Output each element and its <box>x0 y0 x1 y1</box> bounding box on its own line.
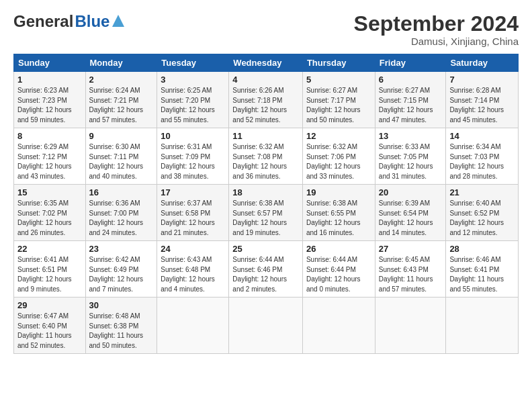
day-info: Sunrise: 6:27 AMSunset: 7:17 PMDaylight:… <box>306 86 371 125</box>
calendar-cell: 5Sunrise: 6:27 AMSunset: 7:17 PMDaylight… <box>302 72 375 128</box>
header-tuesday: Tuesday <box>157 54 229 72</box>
calendar-cell: 27Sunrise: 6:45 AMSunset: 6:43 PMDayligh… <box>375 241 446 298</box>
day-number: 19 <box>306 187 371 197</box>
day-number: 13 <box>379 131 443 141</box>
calendar-cell: 12Sunrise: 6:32 AMSunset: 7:06 PMDayligh… <box>302 128 375 185</box>
header-thursday: Thursday <box>302 54 375 72</box>
calendar-cell: 21Sunrise: 6:40 AMSunset: 6:52 PMDayligh… <box>446 185 519 241</box>
logo: General Blue <box>13 12 124 31</box>
header-saturday: Saturday <box>446 54 519 72</box>
day-number: 22 <box>17 244 82 254</box>
day-info: Sunrise: 6:29 AMSunset: 7:12 PMDaylight:… <box>17 142 82 181</box>
title-block: September 2024 Damusi, Xinjiang, China <box>354 12 519 47</box>
calendar-cell: 10Sunrise: 6:31 AMSunset: 7:09 PMDayligh… <box>157 128 229 185</box>
day-number: 11 <box>232 131 299 141</box>
calendar-cell: 23Sunrise: 6:42 AMSunset: 6:49 PMDayligh… <box>85 241 157 298</box>
day-number: 24 <box>161 244 225 254</box>
calendar-header-row: SundayMondayTuesdayWednesdayThursdayFrid… <box>14 54 519 72</box>
calendar-cell: 20Sunrise: 6:39 AMSunset: 6:54 PMDayligh… <box>375 185 446 241</box>
week-row-4: 22Sunrise: 6:41 AMSunset: 6:51 PMDayligh… <box>14 241 519 298</box>
calendar-cell <box>375 298 446 354</box>
day-number: 10 <box>161 131 225 141</box>
calendar-cell <box>157 298 229 354</box>
day-info: Sunrise: 6:43 AMSunset: 6:48 PMDaylight:… <box>161 255 225 294</box>
day-number: 1 <box>17 75 82 85</box>
day-number: 16 <box>89 187 154 197</box>
day-info: Sunrise: 6:39 AMSunset: 6:54 PMDaylight:… <box>379 199 443 238</box>
day-info: Sunrise: 6:38 AMSunset: 6:57 PMDaylight:… <box>232 199 299 238</box>
day-info: Sunrise: 6:40 AMSunset: 6:52 PMDaylight:… <box>449 199 515 238</box>
calendar-cell: 29Sunrise: 6:47 AMSunset: 6:40 PMDayligh… <box>14 298 86 354</box>
day-info: Sunrise: 6:46 AMSunset: 6:41 PMDaylight:… <box>449 255 515 294</box>
day-number: 20 <box>379 187 443 197</box>
week-row-1: 1Sunrise: 6:23 AMSunset: 7:23 PMDaylight… <box>14 72 519 128</box>
day-info: Sunrise: 6:30 AMSunset: 7:11 PMDaylight:… <box>89 142 154 181</box>
week-row-2: 8Sunrise: 6:29 AMSunset: 7:12 PMDaylight… <box>14 128 519 185</box>
header-friday: Friday <box>375 54 446 72</box>
calendar-cell: 25Sunrise: 6:44 AMSunset: 6:46 PMDayligh… <box>229 241 303 298</box>
day-number: 27 <box>379 244 443 254</box>
calendar-cell: 24Sunrise: 6:43 AMSunset: 6:48 PMDayligh… <box>157 241 229 298</box>
header-wednesday: Wednesday <box>229 54 303 72</box>
day-number: 25 <box>232 244 299 254</box>
day-info: Sunrise: 6:26 AMSunset: 7:18 PMDaylight:… <box>232 86 299 125</box>
calendar-cell: 28Sunrise: 6:46 AMSunset: 6:41 PMDayligh… <box>446 241 519 298</box>
calendar-cell: 16Sunrise: 6:36 AMSunset: 7:00 PMDayligh… <box>85 185 157 241</box>
day-number: 2 <box>89 75 154 85</box>
calendar-cell: 3Sunrise: 6:25 AMSunset: 7:20 PMDaylight… <box>157 72 229 128</box>
day-info: Sunrise: 6:32 AMSunset: 7:08 PMDaylight:… <box>232 142 299 181</box>
header-monday: Monday <box>85 54 157 72</box>
location: Damusi, Xinjiang, China <box>354 36 519 47</box>
day-info: Sunrise: 6:37 AMSunset: 6:58 PMDaylight:… <box>161 199 225 238</box>
day-info: Sunrise: 6:33 AMSunset: 7:05 PMDaylight:… <box>379 142 443 181</box>
day-number: 29 <box>17 300 82 310</box>
day-info: Sunrise: 6:35 AMSunset: 7:02 PMDaylight:… <box>17 199 82 238</box>
day-number: 21 <box>449 187 515 197</box>
page: General Blue September 2024 Damusi, Xinj… <box>0 0 532 361</box>
calendar-cell: 22Sunrise: 6:41 AMSunset: 6:51 PMDayligh… <box>14 241 86 298</box>
header: General Blue September 2024 Damusi, Xinj… <box>13 12 519 47</box>
day-info: Sunrise: 6:25 AMSunset: 7:20 PMDaylight:… <box>161 86 225 125</box>
calendar-cell: 26Sunrise: 6:44 AMSunset: 6:44 PMDayligh… <box>302 241 375 298</box>
day-info: Sunrise: 6:47 AMSunset: 6:40 PMDaylight:… <box>17 312 82 351</box>
calendar-cell: 15Sunrise: 6:35 AMSunset: 7:02 PMDayligh… <box>14 185 86 241</box>
calendar-cell: 7Sunrise: 6:28 AMSunset: 7:14 PMDaylight… <box>446 72 519 128</box>
calendar-cell: 6Sunrise: 6:27 AMSunset: 7:15 PMDaylight… <box>375 72 446 128</box>
day-number: 9 <box>89 131 154 141</box>
day-number: 4 <box>232 75 299 85</box>
day-info: Sunrise: 6:41 AMSunset: 6:51 PMDaylight:… <box>17 255 82 294</box>
logo-arrow-icon <box>112 15 124 27</box>
day-info: Sunrise: 6:28 AMSunset: 7:14 PMDaylight:… <box>449 86 515 125</box>
calendar-cell <box>446 298 519 354</box>
day-info: Sunrise: 6:32 AMSunset: 7:06 PMDaylight:… <box>306 142 371 181</box>
month-title: September 2024 <box>354 12 519 36</box>
calendar-cell: 9Sunrise: 6:30 AMSunset: 7:11 PMDaylight… <box>85 128 157 185</box>
day-number: 15 <box>17 187 82 197</box>
calendar-cell: 11Sunrise: 6:32 AMSunset: 7:08 PMDayligh… <box>229 128 303 185</box>
calendar-cell: 13Sunrise: 6:33 AMSunset: 7:05 PMDayligh… <box>375 128 446 185</box>
day-number: 8 <box>17 131 82 141</box>
week-row-5: 29Sunrise: 6:47 AMSunset: 6:40 PMDayligh… <box>14 298 519 354</box>
calendar-cell: 17Sunrise: 6:37 AMSunset: 6:58 PMDayligh… <box>157 185 229 241</box>
day-number: 23 <box>89 244 154 254</box>
day-info: Sunrise: 6:23 AMSunset: 7:23 PMDaylight:… <box>17 86 82 125</box>
calendar-cell <box>229 298 303 354</box>
calendar-cell: 2Sunrise: 6:24 AMSunset: 7:21 PMDaylight… <box>85 72 157 128</box>
day-number: 28 <box>449 244 515 254</box>
logo-general: General <box>13 12 73 31</box>
day-number: 3 <box>161 75 225 85</box>
calendar-cell: 1Sunrise: 6:23 AMSunset: 7:23 PMDaylight… <box>14 72 86 128</box>
header-sunday: Sunday <box>14 54 86 72</box>
day-info: Sunrise: 6:42 AMSunset: 6:49 PMDaylight:… <box>89 255 154 294</box>
logo-blue: Blue <box>75 12 109 31</box>
day-number: 6 <box>379 75 443 85</box>
day-number: 14 <box>449 131 515 141</box>
day-number: 30 <box>89 300 154 310</box>
day-info: Sunrise: 6:44 AMSunset: 6:44 PMDaylight:… <box>306 255 371 294</box>
calendar-cell: 14Sunrise: 6:34 AMSunset: 7:03 PMDayligh… <box>446 128 519 185</box>
week-row-3: 15Sunrise: 6:35 AMSunset: 7:02 PMDayligh… <box>14 185 519 241</box>
calendar-cell: 18Sunrise: 6:38 AMSunset: 6:57 PMDayligh… <box>229 185 303 241</box>
day-info: Sunrise: 6:31 AMSunset: 7:09 PMDaylight:… <box>161 142 225 181</box>
day-info: Sunrise: 6:24 AMSunset: 7:21 PMDaylight:… <box>89 86 154 125</box>
day-info: Sunrise: 6:38 AMSunset: 6:55 PMDaylight:… <box>306 199 371 238</box>
